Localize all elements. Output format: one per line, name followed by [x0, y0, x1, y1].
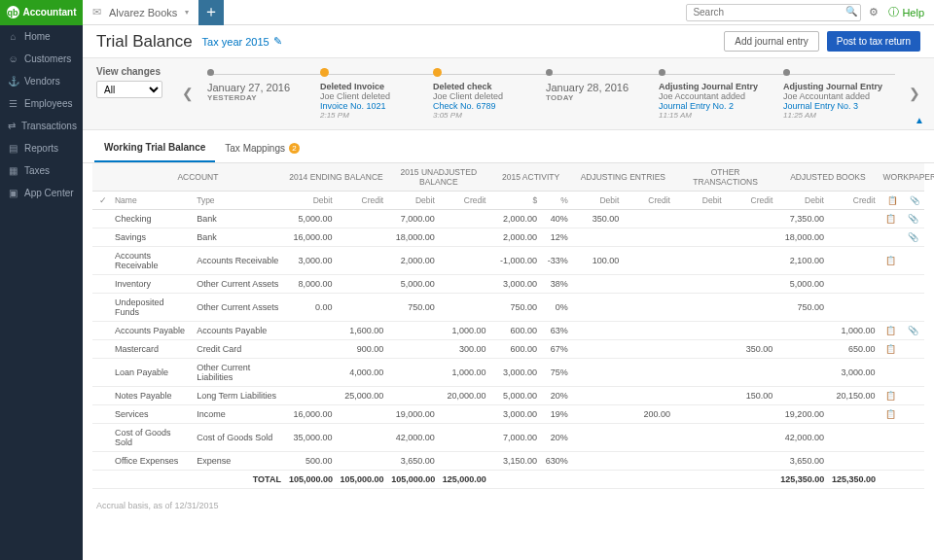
- mail-icon[interactable]: ✉: [92, 6, 101, 18]
- global-add-button[interactable]: ＋: [198, 0, 224, 25]
- gear-icon: ⚙: [869, 6, 879, 18]
- settings-button[interactable]: ⚙: [869, 6, 879, 18]
- search-input[interactable]: [686, 4, 861, 21]
- company-dropdown-caret-icon[interactable]: ▾: [185, 8, 189, 17]
- company-name[interactable]: Alvarez Books: [109, 7, 177, 18]
- help-button[interactable]: ⓘ Help: [888, 5, 924, 19]
- help-icon: ⓘ: [888, 5, 899, 19]
- search-box: 🔍: [686, 4, 861, 21]
- brand-text: Accountant: [23, 7, 77, 18]
- brand-logo: qb Accountant: [0, 0, 83, 25]
- qb-badge-icon: qb: [7, 6, 19, 18]
- topbar: qb Accountant ✉ Alvarez Books ▾ ＋ 🔍 ⚙ ⓘ …: [0, 0, 934, 25]
- company-area: ✉ Alvarez Books ▾: [83, 6, 198, 18]
- help-label: Help: [902, 7, 924, 18]
- search-icon[interactable]: 🔍: [845, 6, 857, 17]
